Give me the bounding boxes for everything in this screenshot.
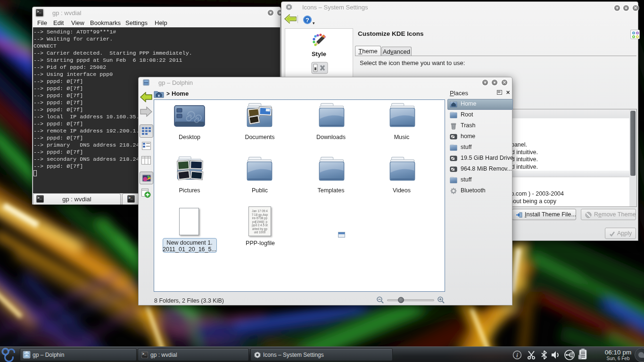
svg-text:uid 1000: uid 1000	[254, 230, 266, 234]
svg-text:i: i	[516, 352, 518, 359]
svg-text:?: ?	[305, 16, 309, 24]
svg-text:Jan 17 09:4: Jan 17 09:4	[252, 209, 268, 213]
